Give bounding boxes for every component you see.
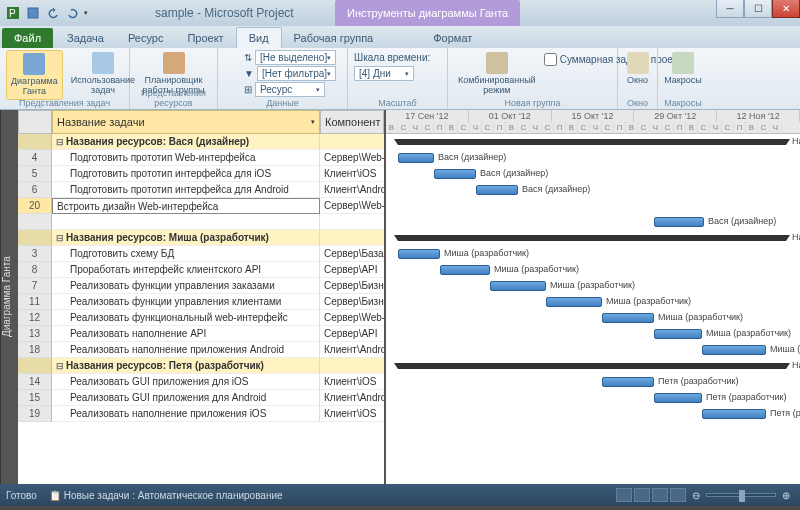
filter-icon[interactable]: ▼ bbox=[244, 68, 254, 79]
table-row[interactable]: 14Реализовать GUI приложения для iOSКлие… bbox=[18, 374, 384, 390]
view-btn-2[interactable] bbox=[634, 488, 650, 502]
tab-workgroup[interactable]: Рабочая группа bbox=[282, 28, 386, 48]
gantt-bar[interactable] bbox=[654, 329, 702, 339]
tab-task[interactable]: Задача bbox=[55, 28, 116, 48]
task-usage-button[interactable]: Использование задач bbox=[67, 50, 139, 98]
undo-icon[interactable] bbox=[44, 4, 62, 22]
tab-view[interactable]: Вид bbox=[236, 27, 282, 48]
table-row[interactable]: 18Реализовать наполнение приложения Andr… bbox=[18, 342, 384, 358]
task-name-cell[interactable]: Подготовить прототип интерфейса для Andr… bbox=[52, 182, 320, 198]
filter-dropdown[interactable]: [Нет фильтра]▾ bbox=[257, 66, 336, 81]
view-btn-4[interactable] bbox=[670, 488, 686, 502]
component-cell[interactable]: Сервер\Web-ин bbox=[320, 198, 384, 214]
summary-task-checkbox[interactable] bbox=[544, 53, 557, 66]
tab-resource[interactable]: Ресурс bbox=[116, 28, 175, 48]
collapse-icon[interactable]: ⊟ bbox=[56, 233, 64, 243]
gantt-bar[interactable] bbox=[702, 409, 766, 419]
macros-button[interactable]: Макросы bbox=[664, 50, 702, 88]
collapse-icon[interactable]: ⊟ bbox=[56, 137, 64, 147]
table-row[interactable]: 7Реализовать функции управления заказами… bbox=[18, 278, 384, 294]
id-column-header[interactable] bbox=[18, 110, 52, 134]
task-name-cell[interactable]: Реализовать наполнение приложения iOS bbox=[52, 406, 320, 422]
gantt-bar[interactable] bbox=[490, 281, 546, 291]
component-cell[interactable]: Сервер\Web-ин bbox=[320, 150, 384, 166]
zoom-in-icon[interactable]: ⊕ bbox=[782, 490, 790, 501]
table-row[interactable]: 8Проработать интерфейс клиентского APIСе… bbox=[18, 262, 384, 278]
task-name-cell[interactable]: ⊟Названия ресурсов: Петя (разработчик) bbox=[52, 358, 320, 374]
qat-dropdown-icon[interactable]: ▾ bbox=[84, 9, 88, 17]
name-column-header[interactable]: Название задачи▾ bbox=[52, 110, 320, 134]
component-cell[interactable]: Клиент\Android bbox=[320, 182, 384, 198]
table-row[interactable]: 4Подготовить прототип Web-интерфейсаСерв… bbox=[18, 150, 384, 166]
component-cell[interactable]: Клиент\Android bbox=[320, 390, 384, 406]
tab-project[interactable]: Проект bbox=[175, 28, 235, 48]
component-cell[interactable]: Сервер\API bbox=[320, 262, 384, 278]
component-cell[interactable]: Клиент\iOS bbox=[320, 406, 384, 422]
table-row[interactable]: ⊟Названия ресурсов: Миша (разработчик) bbox=[18, 230, 384, 246]
component-cell[interactable]: Сервер\API bbox=[320, 326, 384, 342]
table-row[interactable]: 19Реализовать наполнение приложения iOSК… bbox=[18, 406, 384, 422]
table-row[interactable]: 13Реализовать наполнение APIСервер\API bbox=[18, 326, 384, 342]
side-tab-gantt[interactable]: Диаграмма Ганта bbox=[0, 110, 18, 484]
task-name-cell[interactable]: Реализовать функции управления клиентами bbox=[52, 294, 320, 310]
task-name-cell[interactable]: Проработать интерфейс клиентского API bbox=[52, 262, 320, 278]
component-cell[interactable]: Клиент\iOS bbox=[320, 374, 384, 390]
gantt-bar[interactable] bbox=[440, 265, 490, 275]
summary-bar[interactable] bbox=[398, 363, 786, 369]
table-row[interactable]: ⊟Названия ресурсов: Вася (дизайнер) bbox=[18, 134, 384, 150]
group-dropdown[interactable]: Ресурс▾ bbox=[255, 82, 325, 97]
gantt-bar[interactable] bbox=[602, 377, 654, 387]
sort-icon[interactable]: ⇅ bbox=[244, 52, 252, 63]
summary-bar[interactable] bbox=[398, 139, 786, 145]
table-row[interactable]: 12Реализовать функциональный web-интерфе… bbox=[18, 310, 384, 326]
window-button[interactable]: Окно bbox=[624, 50, 651, 88]
component-cell[interactable]: Сервер\Бизнес- bbox=[320, 294, 384, 310]
table-row[interactable]: 15Реализовать GUI приложения для Android… bbox=[18, 390, 384, 406]
gantt-bar[interactable] bbox=[702, 345, 766, 355]
table-row[interactable]: 6Подготовить прототип интерфейса для And… bbox=[18, 182, 384, 198]
gantt-bar[interactable] bbox=[476, 185, 518, 195]
group-icon[interactable]: ⊞ bbox=[244, 84, 252, 95]
task-name-cell[interactable]: Реализовать GUI приложения для Android bbox=[52, 390, 320, 406]
summary-bar[interactable] bbox=[398, 235, 786, 241]
table-row[interactable]: 5Подготовить прототип интерфейса для iOS… bbox=[18, 166, 384, 182]
component-column-header[interactable]: Компонент bbox=[320, 110, 384, 134]
gantt-bar[interactable] bbox=[398, 153, 434, 163]
component-cell[interactable]: Сервер\База-да bbox=[320, 246, 384, 262]
component-cell[interactable]: Сервер\Бизнес- bbox=[320, 278, 384, 294]
save-icon[interactable] bbox=[24, 4, 42, 22]
task-name-cell[interactable]: ⊟Названия ресурсов: Миша (разработчик) bbox=[52, 230, 320, 246]
component-cell[interactable]: Сервер\Web-ин bbox=[320, 310, 384, 326]
task-name-cell[interactable]: Подготовить прототип Web-интерфейса bbox=[52, 150, 320, 166]
zoom-slider[interactable] bbox=[706, 493, 776, 497]
highlight-dropdown[interactable]: [Не выделено]▾ bbox=[255, 50, 336, 65]
task-name-cell[interactable]: Подготовить схему БД bbox=[52, 246, 320, 262]
component-cell[interactable] bbox=[320, 134, 384, 150]
task-name-cell[interactable]: Реализовать функции управления заказами bbox=[52, 278, 320, 294]
component-cell[interactable] bbox=[320, 358, 384, 374]
gantt-bar[interactable] bbox=[434, 169, 476, 179]
table-row[interactable]: ⊟Названия ресурсов: Петя (разработчик) bbox=[18, 358, 384, 374]
component-cell[interactable]: Клиент\iOS bbox=[320, 166, 384, 182]
view-btn-1[interactable] bbox=[616, 488, 632, 502]
maximize-button[interactable]: ☐ bbox=[744, 0, 772, 18]
zoom-out-icon[interactable]: ⊖ bbox=[692, 490, 700, 501]
task-name-cell[interactable]: Подготовить прототип интерфейса для iOS bbox=[52, 166, 320, 182]
tab-format[interactable]: Формат bbox=[421, 28, 484, 48]
timescale-dropdown[interactable]: [4] Дни▾ bbox=[354, 66, 414, 81]
app-icon[interactable]: P bbox=[4, 4, 22, 22]
gantt-bar[interactable] bbox=[654, 393, 702, 403]
context-tab[interactable]: Инструменты диаграммы Ганта bbox=[335, 0, 520, 26]
gantt-chart[interactable]: 17 Сен '1201 Окт '1215 Окт '1229 Окт '12… bbox=[384, 110, 800, 484]
gantt-bar[interactable] bbox=[654, 217, 704, 227]
component-cell[interactable] bbox=[320, 230, 384, 246]
close-button[interactable]: ✕ bbox=[772, 0, 800, 18]
task-name-cell[interactable]: Реализовать наполнение приложения Androi… bbox=[52, 342, 320, 358]
table-row[interactable]: 3Подготовить схему БДСервер\База-да bbox=[18, 246, 384, 262]
gantt-bar[interactable] bbox=[546, 297, 602, 307]
task-name-cell[interactable]: Реализовать функциональный web-интерфейс bbox=[52, 310, 320, 326]
table-row[interactable]: 11Реализовать функции управления клиента… bbox=[18, 294, 384, 310]
gantt-bar[interactable] bbox=[602, 313, 654, 323]
column-dropdown-icon[interactable]: ▾ bbox=[311, 118, 315, 126]
gantt-chart-button[interactable]: Диаграмма Ганта bbox=[6, 50, 63, 100]
